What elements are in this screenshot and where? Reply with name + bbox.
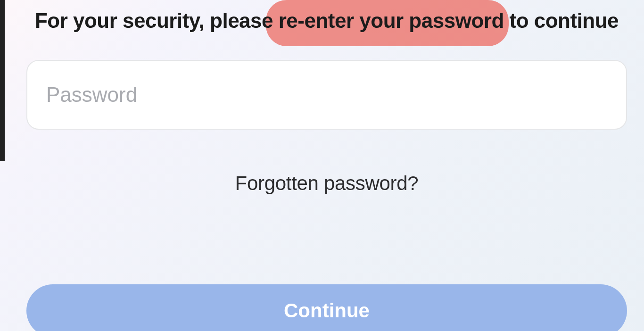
auth-panel: For your security, please re-enter your …: [26, 0, 627, 331]
forgot-wrap: Forgotten password?: [26, 172, 627, 195]
window-edge: [0, 0, 5, 161]
forgotten-password-link[interactable]: Forgotten password?: [235, 172, 419, 194]
password-input[interactable]: [26, 60, 627, 130]
heading-wrap: For your security, please re-enter your …: [26, 8, 627, 33]
security-heading: For your security, please re-enter your …: [26, 8, 627, 33]
continue-button[interactable]: Continue: [26, 284, 627, 331]
